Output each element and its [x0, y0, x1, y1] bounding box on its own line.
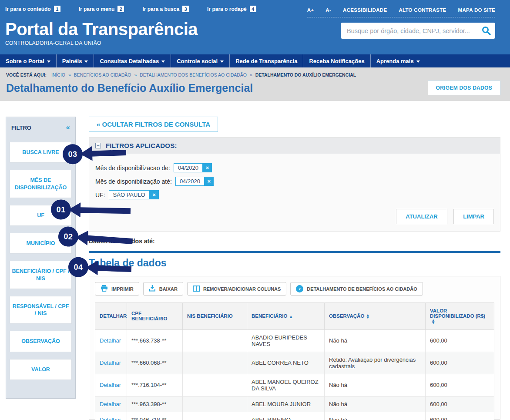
column-header-label: CPF BENEFICIÁRIO	[131, 311, 167, 321]
beneficiario-cell: ABADIO EURIPEDES NAVES	[247, 329, 325, 352]
utility-link[interactable]: A-	[325, 7, 331, 13]
sidebar-filter-button[interactable]: MÊS DE DISPONIBILIZAÇÃO	[10, 170, 72, 198]
table-row: Detalhar***.963.398-**ABEL MOURA JUNIORN…	[95, 396, 494, 412]
limpar-button[interactable]: LIMPAR	[453, 209, 494, 224]
breadcrumb-item[interactable]: BENEFÍCIOS AO CIDADÃO	[74, 72, 131, 77]
utility-link-item: MAPA DO SITE	[458, 6, 495, 13]
origem-dos-dados-button[interactable]: ORIGEM DOS DADOS	[428, 81, 500, 95]
filter-chip: SÃO PAULO×	[109, 190, 159, 199]
detalhar-cell: Detalhar	[95, 329, 127, 352]
hide-filters-button[interactable]: « OCULTAR FILTROS DE CONSULTA	[89, 117, 218, 132]
utility-link-item: ACESSIBILIDADE	[343, 6, 387, 13]
toolbar-button-label: BAIXAR	[159, 286, 178, 292]
breadcrumb-separator: »	[248, 72, 254, 77]
nav-item[interactable]: Consultas Detalhadas	[94, 54, 171, 67]
nav-item[interactable]: Painéis	[57, 54, 94, 67]
detalhar-link[interactable]: Detalhar	[100, 360, 121, 366]
valor-cell: 600,00	[426, 396, 494, 412]
skip-link-number: 3	[182, 6, 189, 12]
nav-item[interactable]: Aprenda mais	[371, 54, 426, 67]
table-row: Detalhar***.663.738-**ABADIO EURIPEDES N…	[95, 329, 494, 352]
annotation-badge: 03	[62, 144, 83, 165]
utility-link[interactable]: A+	[307, 7, 314, 13]
nav-item-label: Receba Notificações	[309, 58, 364, 64]
column-header[interactable]: OBSERVAÇÃO▲▼	[325, 303, 426, 330]
nis-cell	[183, 374, 247, 396]
applied-filter-row: Mês de disponibilização até:04/2020×	[95, 177, 494, 186]
nav-item-label: Sobre o Portal	[6, 58, 44, 64]
toolbar-button[interactable]: BAIXAR	[143, 282, 183, 296]
table-panel: IMPRIMIRBAIXARREMOVER/ADICIONAR COLUNAS‹…	[89, 276, 500, 420]
cpf-cell: ***.716.104-**	[127, 374, 183, 396]
sidebar-filter-button[interactable]: VALOR	[10, 359, 72, 380]
nav-item-label: Controle social	[177, 58, 218, 64]
sidebar-filter-button[interactable]: BENEFICIÁRIO / CPF / NIS	[10, 261, 72, 289]
collapse-sidebar-icon[interactable]: «	[66, 123, 70, 132]
breadcrumb-item[interactable]: INÍCIO	[51, 72, 65, 77]
toolbar-button-label: REMOVER/ADICIONAR COLUNAS	[203, 286, 281, 292]
skip-link[interactable]: Ir para o conteúdo1	[5, 6, 60, 12]
column-header: CPF BENEFICIÁRIO	[127, 303, 183, 330]
valor-cell: 600,00	[426, 412, 494, 420]
table-row: Detalhar***.046.718-**ABEL RIBEIRONão há…	[95, 412, 494, 420]
site-logo[interactable]: Portal da Transparência CONTROLADORIA-GE…	[5, 20, 198, 46]
sidebar-filter-button[interactable]: OBSERVAÇÃO	[10, 331, 72, 352]
cpf-cell: ***.660.068-**	[127, 352, 183, 374]
nav-item[interactable]: Controle social	[171, 54, 230, 67]
skip-link[interactable]: Ir para o menu2	[79, 6, 124, 12]
sidebar-title: FILTRO	[11, 124, 31, 131]
nav-item[interactable]: Receba Notificações	[303, 54, 370, 67]
valor-cell: 600,00	[426, 329, 494, 352]
nav-item-label: Rede de Transparência	[235, 58, 297, 64]
download-icon	[149, 285, 156, 292]
search-input[interactable]	[347, 27, 482, 34]
toolbar-button-label: IMPRIMIR	[111, 286, 134, 292]
column-header-label: NIS BENEFICIÁRIO	[187, 313, 233, 319]
detalhar-link[interactable]: Detalhar	[100, 417, 121, 420]
detalhar-link[interactable]: Detalhar	[100, 382, 121, 388]
beneficiario-cell: ABEL MANOEL QUEIROZ DA SILVA	[247, 374, 325, 396]
observacao-cell: Não há	[325, 412, 426, 420]
close-icon[interactable]: ×	[150, 190, 159, 199]
chevron-down-icon	[220, 60, 224, 63]
chevron-left-circle-icon: ‹	[296, 285, 303, 292]
toolbar-button[interactable]: IMPRIMIR	[95, 282, 139, 296]
observacao-cell: Retido: Avaliação por divergências cadas…	[325, 352, 426, 374]
skip-link[interactable]: Ir para o rodapé4	[207, 6, 256, 12]
filter-chip-value: 04/2020	[175, 177, 205, 186]
utility-link[interactable]: ACESSIBILIDADE	[343, 7, 387, 13]
nis-cell	[183, 352, 247, 374]
search-icon[interactable]	[482, 26, 491, 35]
skip-link[interactable]: Ir para a busca3	[142, 6, 189, 12]
skip-link-item: Ir para o menu2	[79, 6, 124, 12]
main-navigation: Sobre o PortalPainéisConsultas Detalhada…	[0, 54, 510, 67]
nav-item[interactable]: Rede de Transparência	[230, 54, 303, 67]
toolbar-button[interactable]: REMOVER/ADICIONAR COLUNAS	[187, 282, 286, 296]
skip-link-item: Ir para a busca3	[142, 6, 189, 12]
observacao-cell: Não há	[325, 374, 426, 396]
nav-item[interactable]: Sobre o Portal	[0, 54, 57, 67]
utility-link[interactable]: MAPA DO SITE	[458, 7, 495, 13]
close-icon[interactable]: ×	[205, 177, 214, 186]
nis-cell	[183, 396, 247, 412]
columns-icon	[193, 286, 200, 292]
close-icon[interactable]: ×	[203, 163, 212, 172]
applied-filter-row: Mês de disponibilizacao de:04/2020×	[95, 163, 494, 172]
detalhar-link[interactable]: Detalhar	[100, 337, 121, 344]
table-row: Detalhar***.716.104-**ABEL MANOEL QUEIRO…	[95, 374, 494, 396]
breadcrumb-prefix: VOCÊ ESTÁ AQUI:	[6, 72, 47, 77]
atualizar-button[interactable]: ATUALIZAR	[396, 209, 447, 224]
breadcrumb-separator: »	[133, 72, 138, 77]
utility-link[interactable]: ALTO CONTRASTE	[399, 7, 446, 13]
breadcrumb-strip: VOCÊ ESTÁ AQUI: INÍCIO » BENEFÍCIOS AO C…	[0, 67, 510, 101]
column-header-label: BENEFICIÁRIO	[252, 313, 287, 319]
table-toolbar: IMPRIMIRBAIXARREMOVER/ADICIONAR COLUNAS‹…	[95, 282, 494, 296]
column-header[interactable]: BENEFICIÁRIO▲	[247, 303, 325, 330]
observacao-cell: Não há	[325, 329, 426, 352]
sidebar-filter-button[interactable]: RESPONSÁVEL / CPF / NIS	[10, 296, 72, 324]
column-header[interactable]: VALOR DISPONIBILIZADO (R$)▲▼	[426, 303, 494, 330]
breadcrumb-item[interactable]: DETALHAMENTO DOS BENEFÍCIOS AO CIDADÃO	[140, 72, 247, 77]
site-header: Ir para o conteúdo1Ir para o menu2Ir par…	[0, 0, 510, 54]
toolbar-button[interactable]: ‹DETALHAMENTO DE BENEFÍCIOS AO CIDADÃO	[290, 282, 423, 296]
detalhar-link[interactable]: Detalhar	[100, 401, 121, 407]
